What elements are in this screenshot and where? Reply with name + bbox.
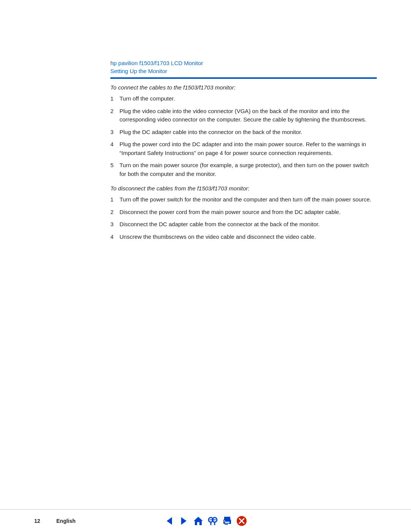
- close-button[interactable]: [236, 516, 247, 526]
- disconnect-step-3: 3 Disconnect the DC adapter cable from t…: [110, 220, 377, 229]
- disconnect-step-4: 4 Unscrew the thumbscrews on the video c…: [110, 233, 377, 241]
- connect-step-1: 1 Turn off the computer.: [110, 94, 377, 103]
- disconnect-steps-list: 1 Turn off the power switch for the moni…: [110, 195, 377, 241]
- step-text: Disconnect the power cord from the main …: [119, 208, 377, 217]
- step-number: 5: [110, 161, 119, 178]
- connect-step-3: 3 Plug the DC adapter cable into the con…: [110, 128, 377, 137]
- step-text: Turn on the main power source (for examp…: [119, 161, 377, 178]
- connect-step-2: 2 Plug the video cable into the video co…: [110, 107, 377, 124]
- section-title: Setting Up the Monitor: [110, 67, 377, 75]
- section-divider: [110, 77, 377, 79]
- step-number: 4: [110, 233, 119, 241]
- step-text: Disconnect the DC adapter cable from the…: [119, 220, 377, 229]
- svg-marker-0: [167, 517, 172, 525]
- step-number: 3: [110, 128, 119, 137]
- step-number: 1: [110, 195, 119, 204]
- disconnect-section: To disconnect the cables from the f1503/…: [110, 185, 377, 241]
- step-text: Plug the DC adapter cable into the conne…: [119, 128, 377, 137]
- step-number: 1: [110, 94, 119, 103]
- svg-point-13: [224, 520, 225, 521]
- step-text: Unscrew the thumbscrews on the video cab…: [119, 233, 377, 241]
- svg-rect-8: [224, 517, 230, 520]
- svg-rect-12: [225, 524, 228, 525]
- connect-step-4: 4 Plug the power cord into the DC adapte…: [110, 140, 377, 157]
- disconnect-heading: To disconnect the cables from the f1503/…: [110, 185, 377, 192]
- search-button[interactable]: [207, 516, 218, 526]
- connect-section: To connect the cables to the f1503/f1703…: [110, 84, 377, 178]
- step-number: 2: [110, 208, 119, 217]
- step-number: 2: [110, 107, 119, 124]
- connect-step-5: 5 Turn on the main power source (for exa…: [110, 161, 377, 178]
- content-area: hp pavilion f1503/f1703 LCD Monitor Sett…: [110, 59, 377, 502]
- language-label: English: [56, 518, 76, 524]
- print-button[interactable]: [222, 516, 233, 526]
- page-number: 12: [34, 518, 40, 524]
- page-container: hp pavilion f1503/f1703 LCD Monitor Sett…: [0, 0, 411, 532]
- back-button[interactable]: [164, 516, 175, 526]
- svg-rect-11: [225, 523, 229, 524]
- disconnect-step-1: 1 Turn off the power switch for the moni…: [110, 195, 377, 204]
- svg-marker-2: [194, 517, 203, 525]
- step-text: Turn off the power switch for the monito…: [119, 195, 377, 204]
- svg-marker-1: [181, 517, 186, 525]
- forward-button[interactable]: [178, 516, 189, 526]
- step-text: Plug the video cable into the video conn…: [119, 107, 377, 124]
- disconnect-step-2: 2 Disconnect the power cord from the mai…: [110, 208, 377, 217]
- product-title: hp pavilion f1503/f1703 LCD Monitor: [110, 59, 377, 67]
- step-text: Plug the power cord into the DC adapter …: [119, 140, 377, 157]
- step-number: 4: [110, 140, 119, 157]
- footer: 12 English: [0, 509, 411, 532]
- footer-nav: [164, 516, 247, 526]
- home-button[interactable]: [193, 516, 204, 526]
- connect-heading: To connect the cables to the f1503/f1703…: [110, 84, 377, 91]
- header-section: hp pavilion f1503/f1703 LCD Monitor Sett…: [110, 59, 377, 75]
- step-text: Turn off the computer.: [119, 94, 377, 103]
- step-number: 3: [110, 220, 119, 229]
- connect-steps-list: 1 Turn off the computer. 2 Plug the vide…: [110, 94, 377, 178]
